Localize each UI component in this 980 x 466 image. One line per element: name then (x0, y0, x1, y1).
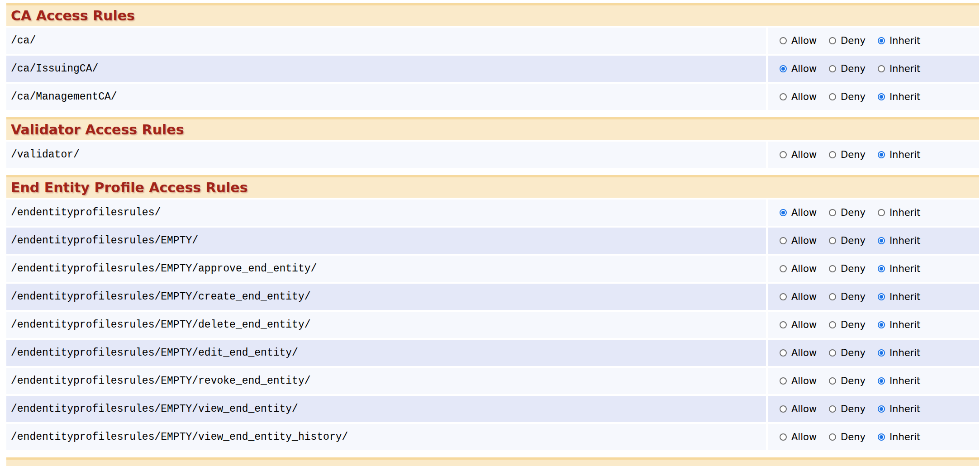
radio-deny[interactable] (829, 93, 836, 100)
radio-option-deny[interactable]: Deny (829, 207, 866, 218)
radio-option-allow[interactable]: Allow (780, 235, 817, 246)
radio-allow[interactable] (780, 377, 787, 385)
radio-inherit[interactable] (878, 151, 885, 158)
radio-option-deny[interactable]: Deny (829, 376, 866, 386)
radio-deny[interactable] (829, 377, 836, 385)
resource-path-cell: /validator/ (6, 142, 766, 168)
radio-inherit[interactable] (878, 321, 885, 328)
radio-deny[interactable] (829, 349, 836, 357)
radio-option-allow[interactable]: Allow (780, 35, 817, 46)
radio-option-inherit[interactable]: Inherit (878, 63, 920, 74)
radio-deny[interactable] (829, 265, 836, 272)
radio-option-allow[interactable]: Allow (780, 432, 817, 442)
radio-option-allow[interactable]: Allow (780, 347, 817, 358)
radio-option-allow[interactable]: Allow (780, 63, 817, 74)
radio-allow[interactable] (780, 433, 787, 441)
radio-inherit[interactable] (878, 433, 885, 441)
radio-allow[interactable] (780, 405, 787, 413)
radio-label-allow: Allow (791, 319, 817, 330)
section-rows: /ca/ Allow Deny Inherit /ca/IssuingCA/ A… (6, 28, 979, 110)
section-header: CA Access Rules (6, 3, 979, 26)
radio-allow[interactable] (780, 321, 787, 328)
radio-allow[interactable] (780, 151, 787, 158)
radio-inherit[interactable] (878, 349, 885, 357)
radio-allow[interactable] (780, 65, 787, 72)
radio-option-deny[interactable]: Deny (829, 432, 866, 442)
radio-inherit[interactable] (878, 93, 885, 100)
rule-options-cell: Allow Deny Inherit (768, 200, 979, 226)
radio-deny[interactable] (829, 405, 836, 413)
radio-label-inherit: Inherit (890, 207, 920, 218)
radio-allow[interactable] (780, 93, 787, 100)
radio-option-inherit[interactable]: Inherit (878, 91, 920, 102)
rule-options-cell: Allow Deny Inherit (768, 284, 979, 310)
radio-option-deny[interactable]: Deny (829, 263, 866, 274)
resource-path: /endentityprofilesrules/EMPTY/approve_en… (11, 263, 317, 275)
radio-deny[interactable] (829, 293, 836, 300)
radio-label-allow: Allow (791, 35, 817, 46)
resource-path-cell: /endentityprofilesrules/EMPTY/edit_end_e… (6, 340, 766, 366)
radio-deny[interactable] (829, 151, 836, 158)
radio-label-deny: Deny (841, 263, 866, 274)
radio-inherit[interactable] (878, 377, 885, 385)
section-title: End Entity Profile Access Rules (11, 180, 248, 195)
radio-option-deny[interactable]: Deny (829, 291, 866, 302)
radio-label-allow: Allow (791, 347, 817, 358)
radio-option-allow[interactable]: Allow (780, 149, 817, 160)
radio-inherit[interactable] (878, 293, 885, 300)
radio-option-allow[interactable]: Allow (780, 207, 817, 218)
radio-allow[interactable] (780, 349, 787, 357)
resource-path: /endentityprofilesrules/EMPTY/view_end_e… (11, 403, 298, 415)
radio-label-deny: Deny (841, 376, 866, 386)
radio-deny[interactable] (829, 321, 836, 328)
radio-allow[interactable] (780, 265, 787, 272)
radio-deny[interactable] (829, 37, 836, 44)
radio-label-deny: Deny (841, 432, 866, 442)
radio-allow[interactable] (780, 37, 787, 44)
radio-inherit[interactable] (878, 37, 885, 44)
radio-option-allow[interactable]: Allow (780, 376, 817, 386)
radio-option-allow[interactable]: Allow (780, 91, 817, 102)
radio-inherit[interactable] (878, 237, 885, 244)
radio-option-deny[interactable]: Deny (829, 404, 866, 414)
radio-option-inherit[interactable]: Inherit (878, 432, 920, 442)
radio-option-deny[interactable]: Deny (829, 35, 866, 46)
rule-options-cell: Allow Deny Inherit (768, 312, 979, 338)
radio-deny[interactable] (829, 433, 836, 441)
radio-option-deny[interactable]: Deny (829, 149, 866, 160)
radio-option-deny[interactable]: Deny (829, 235, 866, 246)
radio-option-inherit[interactable]: Inherit (878, 235, 920, 246)
radio-option-inherit[interactable]: Inherit (878, 149, 920, 160)
radio-option-inherit[interactable]: Inherit (878, 404, 920, 414)
radio-deny[interactable] (829, 237, 836, 244)
radio-option-inherit[interactable]: Inherit (878, 319, 920, 330)
radio-option-inherit[interactable]: Inherit (878, 35, 920, 46)
radio-allow[interactable] (780, 237, 787, 244)
radio-option-inherit[interactable]: Inherit (878, 207, 920, 218)
radio-inherit[interactable] (878, 405, 885, 413)
radio-option-deny[interactable]: Deny (829, 63, 866, 74)
radio-option-deny[interactable]: Deny (829, 347, 866, 358)
radio-allow[interactable] (780, 293, 787, 300)
radio-label-allow: Allow (791, 263, 817, 274)
radio-option-inherit[interactable]: Inherit (878, 376, 920, 386)
radio-deny[interactable] (829, 209, 836, 216)
radio-option-allow[interactable]: Allow (780, 291, 817, 302)
resource-path-cell: /endentityprofilesrules/EMPTY/approve_en… (6, 256, 766, 282)
radio-option-inherit[interactable]: Inherit (878, 291, 920, 302)
radio-option-deny[interactable]: Deny (829, 319, 866, 330)
radio-deny[interactable] (829, 65, 836, 72)
rule-options-cell: Allow Deny Inherit (768, 424, 979, 450)
radio-option-inherit[interactable]: Inherit (878, 263, 920, 274)
radio-option-inherit[interactable]: Inherit (878, 347, 920, 358)
radio-option-allow[interactable]: Allow (780, 263, 817, 274)
radio-option-allow[interactable]: Allow (780, 319, 817, 330)
radio-inherit[interactable] (878, 65, 885, 72)
radio-inherit[interactable] (878, 209, 885, 216)
radio-allow[interactable] (780, 209, 787, 216)
resource-path: /ca/ (11, 35, 36, 47)
radio-option-allow[interactable]: Allow (780, 404, 817, 414)
radio-option-deny[interactable]: Deny (829, 91, 866, 102)
section-rows: /validator/ Allow Deny Inherit (6, 142, 979, 168)
radio-inherit[interactable] (878, 265, 885, 272)
